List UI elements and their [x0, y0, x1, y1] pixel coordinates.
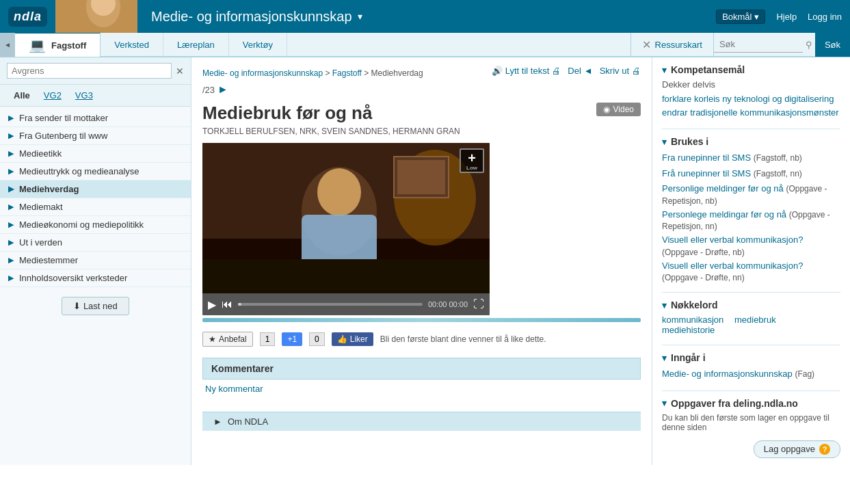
anbefal-count: 1 — [260, 332, 276, 346]
page-number: /23 — [202, 85, 215, 95]
laptop-icon: 💻 — [29, 37, 46, 53]
svg-rect-7 — [397, 160, 445, 194]
level-tab-vg3[interactable]: VG3 — [68, 89, 100, 102]
print-button[interactable]: Skriv ut 🖨 — [600, 66, 641, 76]
filter-input[interactable] — [7, 63, 172, 79]
lag-oppgave-button[interactable]: Lag oppgave ? — [754, 440, 840, 458]
tasks-toggle-icon: ▾ — [662, 398, 667, 408]
footer-bar[interactable]: ► Om NDLA — [202, 412, 641, 431]
keyword-mediebruk[interactable]: mediebruk — [734, 315, 776, 325]
listen-icon: 🔊 — [492, 66, 503, 76]
sidebar-item-ut-i-verden[interactable]: ▶ Ut i verden — [0, 234, 191, 252]
breadcrumb-current: Mediehverdag — [371, 68, 423, 78]
tab-fagstoff[interactable]: 💻 Fagstoff — [15, 32, 101, 57]
competency-link[interactable]: forklare korleis ny teknologi og digital… — [662, 92, 840, 119]
ndla-logo[interactable]: ndla — [8, 7, 47, 27]
video-badge: ◉ Video — [596, 103, 641, 116]
resources-x-icon: ✕ — [642, 38, 651, 51]
sidebar-level-tabs: Alle VG2 VG3 — [0, 85, 191, 107]
play-button[interactable]: ▶ — [208, 298, 216, 311]
expand-arrow-icon: ▶ — [8, 202, 14, 211]
breadcrumb-section[interactable]: Fagstoff — [332, 68, 362, 78]
video-player: + Low ▶ ⏮ 00:00 00:00 ⛶ — [202, 143, 490, 315]
expand-arrow-icon: ▶ — [8, 114, 14, 122]
tab-verksted[interactable]: Verksted — [101, 32, 163, 57]
keyword-kommunikasjon[interactable]: kommunikasjon — [662, 315, 723, 325]
header-image — [55, 0, 137, 33]
competency-header[interactable]: ▾ Kompetansemål — [662, 64, 840, 75]
used-in-header[interactable]: ▾ Brukes i — [662, 136, 840, 147]
breadcrumb-subject[interactable]: Medie- og informasjonskunnskap — [202, 68, 323, 78]
action-bar: 🔊 Lytt til tekst 🖨 Del ◄ Skriv ut 🖨 — [492, 66, 641, 76]
sidebar-item-mediestemmer[interactable]: ▶ Mediestemmer — [0, 252, 191, 269]
anbefal-button[interactable]: ★ Anbefal — [202, 332, 253, 347]
subject-title[interactable]: Medie- og informasjonskunnskap ▾ — [151, 9, 716, 25]
bokmal-button[interactable]: Bokmål ▾ — [716, 10, 765, 24]
content-area: Medie- og informasjonskunnskap > Fagstof… — [191, 57, 652, 465]
sidebar-filter-area: ✕ — [0, 57, 191, 85]
sidebar: ✕ Alle VG2 VG3 ▶ Fra sender til mottaker… — [0, 57, 191, 465]
sidebar-item-mediehverdag[interactable]: ▶ Mediehverdag — [0, 181, 191, 198]
breadcrumb: Medie- og informasjonskunnskap > Fagstof… — [202, 63, 423, 81]
like-button[interactable]: 👍 Liker — [332, 332, 373, 346]
keyword-mediehistorie[interactable]: mediehistorie — [662, 325, 715, 335]
sidebar-item-fra-gutenberg[interactable]: ▶ Fra Gutenberg til www — [0, 127, 191, 145]
page-nav: /23 ► — [202, 81, 641, 98]
expand-arrow-icon: ▶ — [8, 256, 14, 265]
tasks-header[interactable]: ▾ Oppgaver fra deling.ndla.no — [662, 398, 840, 409]
thumbs-up-icon: 👍 — [337, 334, 347, 344]
svg-rect-11 — [202, 259, 490, 293]
expand-arrow-icon: ▶ — [8, 149, 14, 158]
help-link[interactable]: Hjelp — [776, 12, 797, 22]
video-screen[interactable]: + Low — [202, 143, 490, 293]
sidebar-item-mediemakt[interactable]: ▶ Mediemakt — [0, 198, 191, 216]
share-button[interactable]: Del ◄ — [568, 66, 592, 76]
article-authors: TORKJELL BERULFSEN, NRK, SVEIN SANDNES, … — [202, 127, 641, 136]
keywords-header[interactable]: ▾ Nøkkelord — [662, 300, 840, 310]
subject-dropdown-icon[interactable]: ▾ — [358, 11, 362, 22]
next-page-icon[interactable]: ► — [217, 83, 228, 96]
expand-arrow-icon: ▶ — [8, 131, 14, 140]
add-video-button[interactable]: + Low — [460, 148, 484, 173]
help-icon: ? — [819, 444, 830, 455]
tab-laereplan[interactable]: Læreplan — [163, 32, 229, 57]
listen-button[interactable]: 🔊 Lytt til tekst 🖨 — [492, 66, 561, 76]
new-comment-link[interactable]: Ny kommentar — [202, 380, 266, 398]
tab-verktoy[interactable]: Verktøy — [229, 32, 287, 57]
sidebar-item-medieuttrykk[interactable]: ▶ Medieuttrykk og medieanalyse — [0, 163, 191, 181]
video-progress-fill — [238, 303, 241, 306]
sidebar-item-medieokonomi[interactable]: ▶ Medieøkonomi og mediepolitikk — [0, 216, 191, 234]
sidebar-toggle-button[interactable]: ◄ — [0, 32, 15, 57]
main-layout: ✕ Alle VG2 VG3 ▶ Fra sender til mottaker… — [0, 57, 850, 465]
right-panel: ▾ Kompetansemål Dekker delvis forklare k… — [652, 57, 850, 465]
keywords-list: kommunikasjon mediebruk mediehistorie — [662, 315, 840, 335]
video-progress-bar[interactable] — [238, 303, 423, 306]
video-scene — [202, 143, 490, 293]
article-title: Mediebruk før og nå — [202, 103, 372, 124]
search-button[interactable]: Søk — [815, 32, 850, 57]
video-badge-icon: ◉ — [603, 105, 610, 114]
share-icon: ◄ — [584, 66, 593, 76]
download-button[interactable]: ⬇ Last ned — [62, 297, 129, 315]
footer-arrow-icon: ► — [213, 416, 222, 427]
login-link[interactable]: Logg inn — [808, 12, 842, 22]
footer-label: Om NDLA — [228, 416, 268, 427]
sidebar-item-fra-sender[interactable]: ▶ Fra sender til mottaker — [0, 109, 191, 127]
expand-arrow-icon: ▶ — [8, 220, 14, 229]
download-icon: ⬇ — [73, 301, 81, 311]
step-back-button[interactable]: ⏮ — [222, 298, 233, 310]
resources-button[interactable]: ✕ Ressurskart — [630, 32, 713, 57]
used-in-item-2: Personlige meldinger før og nå (Oppgave … — [662, 182, 840, 206]
sidebar-item-medieetikk[interactable]: ▶ Medieetikk — [0, 145, 191, 163]
gplus-button[interactable]: +1 — [282, 332, 302, 346]
level-tab-alle[interactable]: Alle — [7, 89, 37, 102]
search-input[interactable] — [714, 36, 803, 53]
clear-filter-button[interactable]: ✕ — [176, 66, 184, 77]
sidebar-item-innholdsoversikt[interactable]: ▶ Innholdsoversikt verksteder — [0, 269, 191, 287]
included-in-section: ▾ Inngår i Medie- og informasjonskunnska… — [662, 352, 840, 381]
fullscreen-button[interactable]: ⛶ — [473, 298, 484, 310]
included-in-header[interactable]: ▾ Inngår i — [662, 352, 840, 363]
level-tab-vg2[interactable]: VG2 — [37, 89, 68, 102]
video-controls: ▶ ⏮ 00:00 00:00 ⛶ — [202, 293, 490, 315]
used-in-item-1: Frå runepinner til SMS (Fagstoff, nn) — [662, 167, 840, 181]
